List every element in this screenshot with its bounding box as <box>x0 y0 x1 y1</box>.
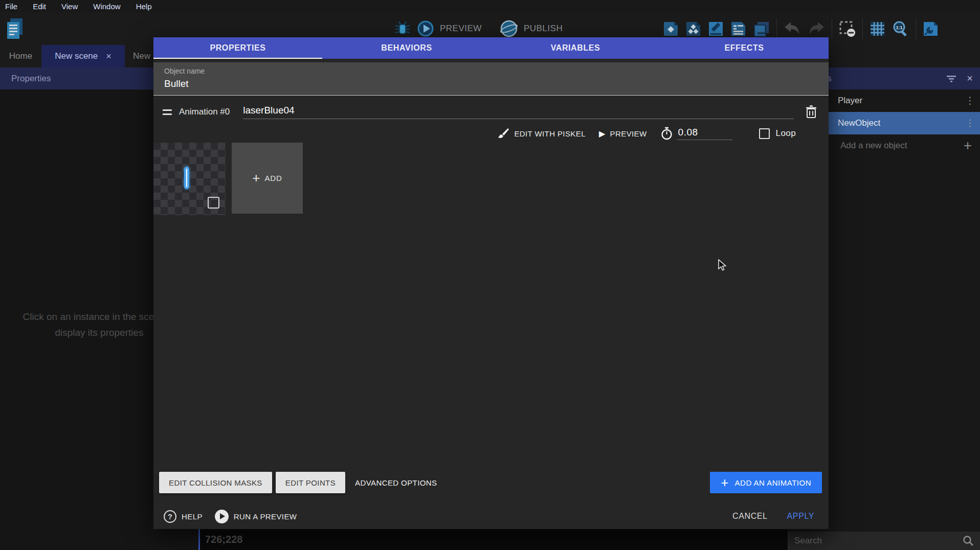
selection-mask-icon[interactable] <box>839 20 856 37</box>
tab-variables[interactable]: VARIABLES <box>491 37 660 59</box>
animation-name-field[interactable]: laserBlue04 <box>243 105 794 119</box>
edit-points-button[interactable]: EDIT POINTS <box>276 472 345 493</box>
preview-animation-button[interactable]: PREVIEW <box>610 129 647 138</box>
tab-new-scene-label: New scene <box>55 51 98 61</box>
laser-bullet-sprite <box>184 167 189 189</box>
layers-icon[interactable] <box>753 21 770 37</box>
object-icon[interactable] <box>663 21 679 37</box>
menu-file[interactable]: File <box>5 2 17 11</box>
loop-label: Loop <box>776 128 796 139</box>
publish-globe-icon[interactable] <box>499 19 519 38</box>
tab-properties[interactable]: PROPERTIES <box>153 37 322 59</box>
toolbar-separator <box>832 18 832 39</box>
search-icon[interactable] <box>963 535 974 546</box>
tab-home[interactable]: Home <box>0 45 41 67</box>
animation-header-row: Animation #0 laserBlue04 <box>163 103 817 121</box>
toolbar-separator <box>776 18 777 39</box>
tab-behaviors[interactable]: BEHAVIORS <box>322 37 491 59</box>
redo-icon[interactable] <box>808 21 825 36</box>
brush-icon <box>497 127 509 140</box>
tab-effects[interactable]: EFFECTS <box>660 37 829 59</box>
kebab-menu-icon[interactable]: ⋮ <box>965 120 975 127</box>
dialog-action-buttons: EDIT COLLISION MASKS EDIT POINTS ADVANCE… <box>159 472 822 493</box>
zoom-1-1-icon[interactable]: 1:1 <box>892 20 909 37</box>
add-new-object-label: Add a new object <box>840 141 907 151</box>
menu-bar: File Edit View Window Help <box>0 0 980 12</box>
menu-view[interactable]: View <box>61 2 78 11</box>
toolbar-separator <box>862 18 863 39</box>
instances-list-icon[interactable] <box>730 21 746 37</box>
objects-search-bar <box>788 531 980 550</box>
stopwatch-icon <box>660 127 673 141</box>
menu-window[interactable]: Window <box>93 2 120 11</box>
publish-button[interactable]: PUBLISH <box>524 24 563 34</box>
object-name: NewObject <box>838 118 880 128</box>
time-between-frames-field[interactable]: 0.08 <box>677 127 732 140</box>
advanced-options-button[interactable]: ADVANCED OPTIONS <box>355 478 437 487</box>
undo-icon[interactable] <box>784 21 801 36</box>
edit-with-piskel-button[interactable]: EDIT WITH PISKEL <box>514 129 585 138</box>
properties-panel-title: Properties <box>11 74 51 84</box>
object-name: Player <box>838 96 862 106</box>
tab-home-label: Home <box>9 51 32 61</box>
plus-icon: + <box>252 170 260 186</box>
grid-icon[interactable] <box>870 21 885 37</box>
help-button[interactable]: HELP <box>182 512 203 521</box>
loop-checkbox[interactable] <box>759 128 770 139</box>
menu-help[interactable]: Help <box>136 2 152 11</box>
gdevelop-app: File Edit View Window Help <box>0 0 980 550</box>
tab-new-scene[interactable]: New scene × <box>41 45 125 67</box>
animation-title: Animation #0 <box>179 107 230 117</box>
object-editor-dialog: PROPERTIES BEHAVIORS VARIABLES EFFECTS O… <box>153 37 829 529</box>
svg-text:1:1: 1:1 <box>896 25 902 30</box>
preview-button[interactable]: PREVIEW <box>440 24 482 34</box>
search-input[interactable] <box>794 536 963 546</box>
object-name-label: Object name <box>164 67 829 75</box>
toolbar-separator <box>916 18 916 39</box>
run-preview-icon[interactable] <box>215 510 229 523</box>
scene-settings-icon[interactable] <box>923 21 939 37</box>
filter-icon[interactable] <box>946 75 956 83</box>
tab-truncated-label: New <box>133 51 150 61</box>
run-a-preview-button[interactable]: RUN A PREVIEW <box>234 512 297 521</box>
add-an-animation-button[interactable]: + ADD AN ANIMATION <box>710 472 822 493</box>
menu-edit[interactable]: Edit <box>33 2 46 11</box>
editor-tab-bar: Home New scene × New <box>0 45 171 67</box>
close-icon[interactable]: × <box>967 73 973 84</box>
scene-status-bar: 726;228 <box>198 529 788 550</box>
trash-icon[interactable] <box>805 105 817 119</box>
edit-scene-icon[interactable] <box>708 21 724 37</box>
dialog-tab-bar: PROPERTIES BEHAVIORS VARIABLES EFFECTS <box>153 37 829 59</box>
frame-thumbnail[interactable] <box>153 143 226 215</box>
object-name-card: Object name Bullet <box>153 62 829 96</box>
apply-button[interactable]: APPLY <box>787 512 814 521</box>
debug-icon[interactable] <box>394 19 411 38</box>
object-name-field[interactable]: Bullet <box>164 78 829 89</box>
project-manager-icon[interactable] <box>5 17 25 41</box>
mouse-cursor <box>718 259 729 273</box>
frame-select-checkbox[interactable] <box>208 197 219 209</box>
preview-play-icon[interactable] <box>416 19 435 38</box>
cancel-button[interactable]: CANCEL <box>732 512 768 521</box>
cursor-coordinates: 726;228 <box>205 534 242 545</box>
plus-icon: + <box>721 475 728 490</box>
help-icon[interactable]: ? <box>164 510 176 523</box>
add-frame-button[interactable]: + ADD <box>232 143 303 214</box>
objects-group-icon[interactable] <box>685 21 701 37</box>
animation-tools-row: EDIT WITH PISKEL ▶ PREVIEW 0.08 Loop <box>497 123 796 144</box>
edit-collision-masks-button[interactable]: EDIT COLLISION MASKS <box>159 472 272 493</box>
kebab-menu-icon[interactable]: ⋮ <box>965 97 975 104</box>
dialog-footer: ? HELP RUN A PREVIEW CANCEL APPLY <box>164 503 814 529</box>
plus-icon: + <box>964 138 972 154</box>
animation-frames-row: + ADD <box>153 143 303 215</box>
tab-close-icon[interactable]: × <box>106 51 112 62</box>
play-icon: ▶ <box>599 129 606 139</box>
drag-handle-icon[interactable] <box>163 109 172 115</box>
